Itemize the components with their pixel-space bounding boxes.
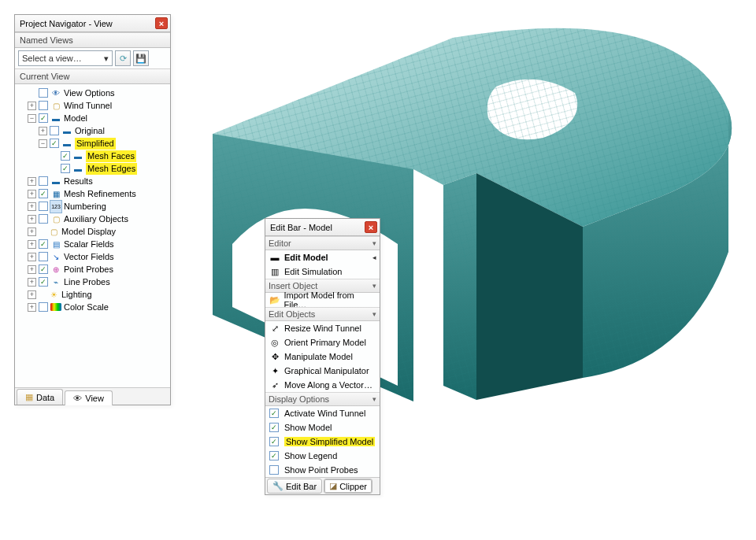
tree-item[interactable]: +▬Results xyxy=(17,175,170,187)
tree-expander[interactable]: + xyxy=(28,253,36,261)
tree-item[interactable]: ▬Mesh Edges xyxy=(17,162,170,175)
option-label: Show Legend xyxy=(284,451,337,460)
tree-item[interactable]: +Color Scale xyxy=(17,301,170,313)
command-item[interactable]: ◎Orient Primary Model xyxy=(265,335,380,350)
checkbox[interactable] xyxy=(269,437,279,446)
tree-item[interactable]: +▤Scalar Fields xyxy=(17,238,170,250)
folder-icon: 📂 xyxy=(269,294,281,305)
checkbox[interactable] xyxy=(269,423,279,432)
checkbox[interactable] xyxy=(39,277,48,287)
group-editobjects-header[interactable]: Edit Objects ▾ xyxy=(265,307,380,321)
display-option[interactable]: Show Legend xyxy=(265,449,380,463)
tab-view[interactable]: 👁 View xyxy=(65,390,113,405)
tree-expander[interactable]: + xyxy=(39,127,47,135)
tree-expander[interactable]: + xyxy=(28,303,36,312)
refresh-view-button[interactable]: ⟳ xyxy=(115,50,131,66)
display-option[interactable]: Activate Wind Tunnel xyxy=(265,406,380,420)
model-icon: ▬ xyxy=(72,163,83,174)
tree-item[interactable]: +↘Vector Fields xyxy=(17,250,170,263)
tree-item[interactable]: −▬Model xyxy=(17,112,170,124)
tree-item[interactable]: +⌁Line Probes xyxy=(17,276,170,288)
display-option[interactable]: Show Point Probes xyxy=(265,463,380,477)
checkbox[interactable] xyxy=(39,252,48,261)
display-option[interactable]: Show Model xyxy=(265,420,380,435)
cube-icon: ▢ xyxy=(48,226,59,237)
close-button[interactable]: × xyxy=(155,17,168,29)
grid-icon: ▦ xyxy=(50,188,61,199)
tree-expander[interactable]: + xyxy=(28,215,36,224)
command-item[interactable]: ✥Manipulate Model xyxy=(265,350,380,364)
tree-expander[interactable]: − xyxy=(28,114,36,123)
checkbox[interactable] xyxy=(61,164,70,173)
checkbox[interactable] xyxy=(39,264,48,274)
model-viewport[interactable] xyxy=(177,8,748,417)
model-icon: ▬ xyxy=(50,176,61,187)
tree-item[interactable]: +123Numbering xyxy=(17,200,170,213)
tree-expander[interactable]: + xyxy=(28,202,36,211)
manip-icon: ✥ xyxy=(269,351,281,362)
group-editor-header[interactable]: Editor ▾ xyxy=(265,236,380,250)
panel-title: Project Navigator - View xyxy=(20,19,155,28)
checkbox[interactable] xyxy=(39,189,48,198)
group-display-header[interactable]: Display Options ▾ xyxy=(265,392,380,406)
checkbox[interactable] xyxy=(50,126,59,135)
tree-expander[interactable]: + xyxy=(28,102,36,110)
tree-expander[interactable]: + xyxy=(28,227,36,236)
save-view-button[interactable]: 💾 xyxy=(133,50,149,66)
resize-icon: ⤢ xyxy=(269,323,281,334)
line-icon: ⌁ xyxy=(50,276,61,287)
checkbox[interactable] xyxy=(39,302,48,312)
tree-expander[interactable]: + xyxy=(28,265,36,274)
close-button[interactable]: × xyxy=(365,221,377,233)
tab-editbar[interactable]: 🔧 Edit Bar xyxy=(267,479,322,494)
named-views-header: Named Views xyxy=(15,32,170,48)
checkbox[interactable] xyxy=(39,101,48,110)
chevron-down-icon: ▾ xyxy=(372,395,376,403)
checkbox[interactable] xyxy=(39,88,48,98)
tree-item[interactable]: +☀Lighting xyxy=(17,288,170,301)
tree-item[interactable]: +▢Auxiliary Objects xyxy=(17,213,170,225)
command-item[interactable]: 📂Import Model from File… xyxy=(265,293,380,307)
checkbox[interactable] xyxy=(39,239,48,249)
checkbox[interactable] xyxy=(269,409,279,418)
command-item[interactable]: ✦Graphical Manipulator xyxy=(265,364,380,378)
display-option[interactable]: Show Simplified Model xyxy=(265,435,380,449)
edit-bar-panel: Edit Bar - Model × Editor ▾ ▬Edit Model◂… xyxy=(265,218,380,495)
tree-expander[interactable]: + xyxy=(28,278,36,287)
command-item[interactable]: ▬Edit Model◂ xyxy=(265,250,380,264)
tab-label: Data xyxy=(36,393,54,402)
tree-item[interactable]: −▬Simplified xyxy=(17,137,170,150)
command-item[interactable]: ⤢Resize Wind Tunnel xyxy=(265,321,380,335)
checkbox[interactable] xyxy=(39,214,48,224)
tree-item[interactable]: +▦Mesh Refinements xyxy=(17,187,170,200)
command-item[interactable]: ➶Move Along a Vector… xyxy=(265,378,380,392)
command-item[interactable]: ▥Edit Simulation xyxy=(265,264,380,279)
view-select[interactable]: Select a view… xyxy=(18,50,113,66)
checkbox[interactable] xyxy=(269,465,279,475)
tree-item[interactable]: +▢Wind Tunnel xyxy=(17,99,170,112)
checkbox[interactable] xyxy=(39,113,48,123)
tree-expander[interactable]: + xyxy=(28,240,36,249)
tree-expander[interactable]: + xyxy=(28,290,36,299)
checkbox[interactable] xyxy=(269,451,279,460)
tab-data[interactable]: ▦ Data xyxy=(17,389,63,405)
tab-clipper[interactable]: ◪ Clipper xyxy=(324,479,372,494)
tree-item[interactable]: ▬Mesh Faces xyxy=(17,150,170,162)
checkbox[interactable] xyxy=(39,176,48,186)
tab-label: View xyxy=(85,394,104,403)
checkbox[interactable] xyxy=(61,151,70,161)
tree-item[interactable]: +▢Model Display xyxy=(17,225,170,238)
current-view-header: Current View xyxy=(15,68,170,84)
tree-item[interactable]: +⊕Point Probes xyxy=(17,263,170,276)
view-options-tree[interactable]: 👁 View Options +▢Wind Tunnel−▬Model+▬Ori… xyxy=(15,84,170,387)
checkbox[interactable] xyxy=(50,139,59,148)
tree-expander[interactable]: + xyxy=(28,190,36,198)
checkbox[interactable] xyxy=(39,202,48,211)
command-label: Graphical Manipulator xyxy=(284,366,369,375)
tree-label: Lighting xyxy=(61,289,92,301)
tree-label: Mesh Faces xyxy=(86,150,136,162)
tree-root[interactable]: 👁 View Options xyxy=(17,87,170,99)
tree-item[interactable]: +▬Original xyxy=(17,124,170,137)
tree-expander[interactable]: + xyxy=(28,177,36,186)
tree-expander[interactable]: − xyxy=(39,139,47,148)
